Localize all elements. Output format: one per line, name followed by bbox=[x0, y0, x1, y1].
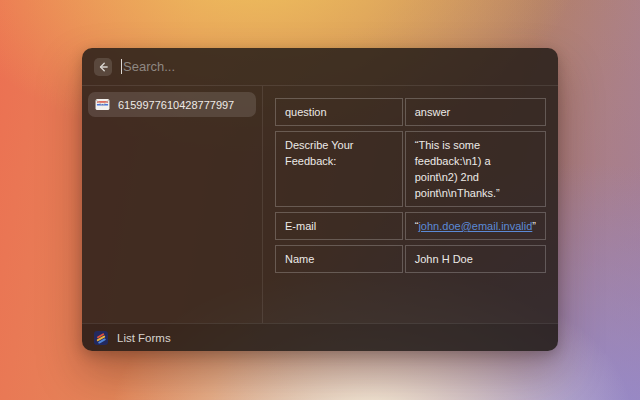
question-answer-table: question answer Describe Your Feedback: … bbox=[273, 93, 548, 278]
question-cell: Describe Your Feedback: bbox=[275, 131, 403, 207]
command-name-label: List Forms bbox=[117, 332, 171, 344]
search-field-wrap bbox=[121, 59, 546, 74]
content-area: 6159977610428777997 question answer Desc… bbox=[82, 86, 558, 323]
back-button[interactable] bbox=[94, 58, 112, 76]
launcher-window: 6159977610428777997 question answer Desc… bbox=[82, 48, 558, 351]
column-header-question: question bbox=[275, 98, 403, 126]
question-cell: Name bbox=[275, 245, 403, 273]
detail-pane: question answer Describe Your Feedback: … bbox=[263, 86, 558, 323]
results-sidebar: 6159977610428777997 bbox=[82, 86, 263, 323]
table-row-feedback: Describe Your Feedback: “This is some fe… bbox=[275, 131, 546, 207]
table-row-email: E-mail “john.doe@email.invalid” bbox=[275, 212, 546, 240]
list-item-form-submission[interactable]: 6159977610428777997 bbox=[88, 92, 256, 117]
search-bar bbox=[82, 48, 558, 86]
table-header-row: question answer bbox=[275, 98, 546, 126]
search-input[interactable] bbox=[123, 59, 546, 74]
answer-cell: “john.doe@email.invalid” bbox=[405, 212, 546, 240]
table-row-name: Name John H Doe bbox=[275, 245, 546, 273]
answer-cell: “This is some feedback:\n1) a point\n2) … bbox=[405, 131, 546, 207]
list-item-label: 6159977610428777997 bbox=[118, 99, 234, 111]
answer-cell: John H Doe bbox=[405, 245, 546, 273]
quote-close: ” bbox=[532, 220, 536, 232]
arrow-left-icon bbox=[98, 62, 108, 72]
list-forms-icon bbox=[94, 331, 108, 345]
text-caret bbox=[121, 59, 122, 74]
desktop-background: 6159977610428777997 question answer Desc… bbox=[0, 0, 640, 400]
email-link[interactable]: john.doe@email.invalid bbox=[418, 220, 532, 232]
envelope-icon bbox=[95, 98, 110, 111]
status-bar: List Forms bbox=[82, 323, 558, 351]
question-cell: E-mail bbox=[275, 212, 403, 240]
column-header-answer: answer bbox=[405, 98, 546, 126]
